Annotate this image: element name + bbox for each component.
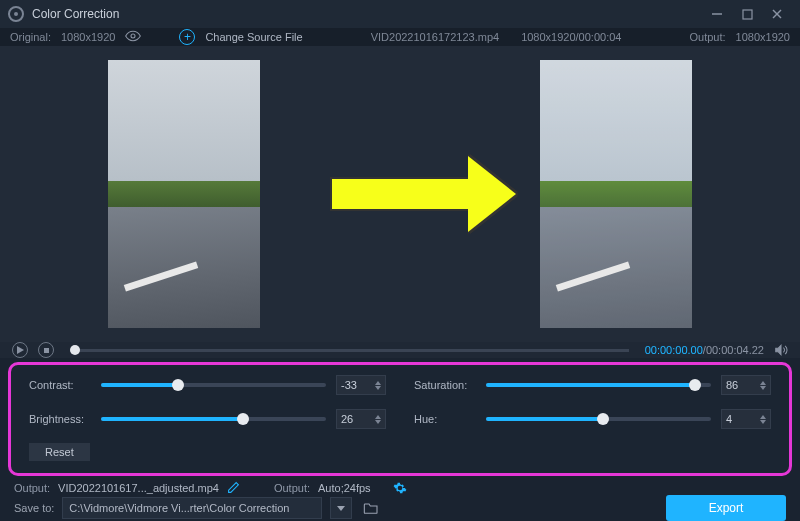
contrast-step-up[interactable] (375, 381, 381, 385)
hue-step-down[interactable] (760, 420, 766, 424)
hue-step-up[interactable] (760, 415, 766, 419)
original-preview (108, 60, 260, 328)
minimize-button[interactable] (702, 0, 732, 28)
time-total: 00:00:04.22 (706, 344, 764, 356)
open-folder-icon[interactable] (360, 497, 382, 519)
brightness-slider[interactable] (101, 417, 326, 421)
svg-point-4 (131, 34, 135, 38)
contrast-label: Contrast: (29, 379, 91, 391)
save-label: Save to: (14, 502, 54, 514)
original-resolution: 1080x1920 (61, 31, 115, 43)
preview-toggle-icon[interactable] (125, 28, 141, 46)
svg-marker-7 (776, 345, 781, 354)
contrast-step-down[interactable] (375, 386, 381, 390)
saturation-step-up[interactable] (760, 381, 766, 385)
arrow-icon (310, 154, 490, 234)
color-controls-panel: Contrast: -33 Saturation: 86 Brightness: (0, 358, 800, 480)
output-settings-icon[interactable] (393, 481, 407, 495)
svg-marker-8 (337, 506, 345, 511)
volume-icon[interactable] (774, 343, 788, 357)
hue-slider[interactable] (486, 417, 711, 421)
stop-button[interactable] (38, 342, 54, 358)
saturation-slider[interactable] (486, 383, 711, 387)
hue-value: 4 (726, 413, 732, 425)
saturation-value-input[interactable]: 86 (721, 375, 771, 395)
brightness-label: Brightness: (29, 413, 91, 425)
maximize-button[interactable] (732, 0, 762, 28)
saturation-row: Saturation: 86 (414, 375, 771, 395)
add-source-icon[interactable]: + (179, 29, 195, 45)
original-label: Original: (10, 31, 51, 43)
output-filename-label: Output: (14, 482, 50, 494)
output-info-row: Output: VID2022101617..._adjusted.mp4 Ou… (0, 480, 800, 495)
change-source-button[interactable]: Change Source File (205, 31, 302, 43)
source-filename: VID20221016172123.mp4 (371, 31, 499, 43)
saturation-label: Saturation: (414, 379, 476, 391)
adjusted-preview (540, 60, 692, 328)
app-logo-icon (8, 6, 24, 22)
contrast-row: Contrast: -33 (29, 375, 386, 395)
close-button[interactable] (762, 0, 792, 28)
play-button[interactable] (12, 342, 28, 358)
timecode: 00:00:00.00/00:00:04.22 (645, 344, 764, 356)
saturation-value: 86 (726, 379, 738, 391)
contrast-slider[interactable] (101, 383, 326, 387)
brightness-row: Brightness: 26 (29, 409, 386, 429)
contrast-value: -33 (341, 379, 357, 391)
svg-rect-6 (44, 348, 49, 353)
brightness-step-down[interactable] (375, 420, 381, 424)
output-filename: VID2022101617..._adjusted.mp4 (58, 482, 219, 494)
edit-filename-icon[interactable] (227, 481, 240, 494)
title-bar: Color Correction (0, 0, 800, 28)
output-label: Output: (689, 31, 725, 43)
preview-area (0, 46, 800, 342)
saturation-step-down[interactable] (760, 386, 766, 390)
output-format: Auto;24fps (318, 482, 371, 494)
window-title: Color Correction (32, 7, 119, 21)
header-bar: Original: 1080x1920 + Change Source File… (0, 28, 800, 46)
output-resolution: 1080x1920 (736, 31, 790, 43)
svg-marker-5 (17, 346, 24, 354)
brightness-value-input[interactable]: 26 (336, 409, 386, 429)
save-path-input[interactable]: C:\Vidmore\Vidmore Vi...rter\Color Corre… (62, 497, 322, 519)
brightness-step-up[interactable] (375, 415, 381, 419)
save-row: Save to: C:\Vidmore\Vidmore Vi...rter\Co… (0, 495, 800, 521)
contrast-value-input[interactable]: -33 (336, 375, 386, 395)
save-path-dropdown[interactable] (330, 497, 352, 519)
source-meta: 1080x1920/00:00:04 (521, 31, 621, 43)
brightness-value: 26 (341, 413, 353, 425)
timeline-handle[interactable] (70, 345, 80, 355)
export-button[interactable]: Export (666, 495, 786, 521)
time-current: 00:00:00.00 (645, 344, 703, 356)
svg-rect-1 (743, 10, 752, 19)
output-format-label: Output: (274, 482, 310, 494)
hue-label: Hue: (414, 413, 476, 425)
timeline-slider[interactable] (70, 349, 629, 352)
hue-row: Hue: 4 (414, 409, 771, 429)
playback-bar: 00:00:00.00/00:00:04.22 (0, 342, 800, 358)
reset-button[interactable]: Reset (29, 443, 90, 461)
hue-value-input[interactable]: 4 (721, 409, 771, 429)
